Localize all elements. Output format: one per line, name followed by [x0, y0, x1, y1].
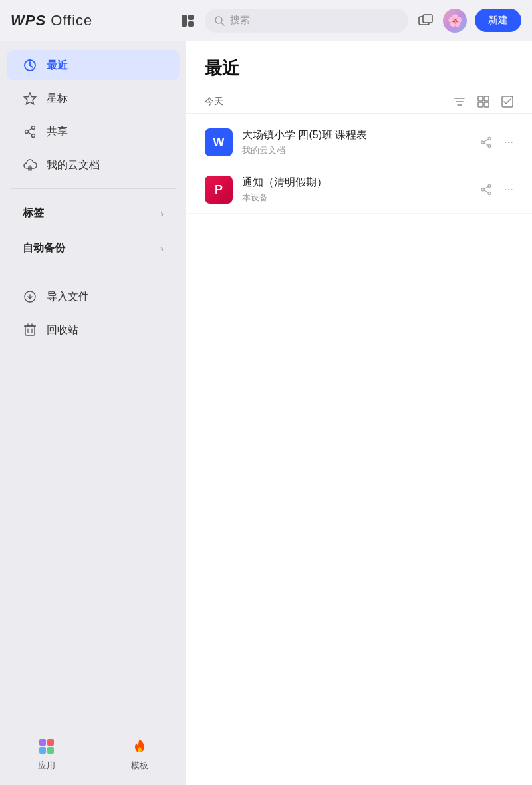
svg-line-15: [28, 132, 32, 135]
sidebar-item-trash[interactable]: 回收站: [7, 315, 180, 345]
svg-point-36: [488, 138, 491, 140]
section-today-label: 今天: [205, 96, 454, 108]
sidebar-item-import[interactable]: 导入文件: [7, 281, 180, 312]
svg-rect-18: [25, 326, 35, 335]
fire-icon: [130, 737, 149, 756]
svg-line-39: [484, 140, 488, 142]
more-action-icon-1[interactable]: ···: [504, 136, 513, 149]
apps-icon: [37, 737, 56, 756]
search-placeholder: 搜索: [230, 14, 250, 27]
bottom-nav-templates[interactable]: 模板: [93, 737, 186, 772]
file-location-1: 我的云文档: [242, 144, 471, 156]
svg-point-13: [25, 130, 29, 134]
sidebar-section-tags[interactable]: 标签 ›: [7, 197, 180, 230]
file-location-2: 本设备: [242, 192, 471, 204]
bottom-nav-apps[interactable]: 应用: [0, 737, 93, 772]
sidebar-item-recent[interactable]: 最近: [7, 50, 180, 80]
svg-rect-6: [423, 15, 432, 23]
svg-rect-27: [47, 747, 54, 754]
layout-toggle-icon[interactable]: [178, 11, 197, 30]
main-layout: 最近 星标 共享: [0, 41, 532, 785]
svg-rect-2: [188, 21, 194, 27]
sidebar-divider-1: [11, 188, 176, 189]
file-actions-1: ···: [480, 136, 513, 149]
sidebar-section-backup[interactable]: 自动备份 ›: [7, 232, 180, 265]
topbar-actions: 🌸 新建: [416, 9, 521, 33]
new-button[interactable]: 新建: [475, 9, 521, 32]
svg-line-9: [30, 65, 33, 67]
page-title: 最近: [205, 57, 513, 80]
filter-icon[interactable]: [454, 96, 466, 108]
svg-point-37: [488, 145, 491, 148]
file-meta-2: 通知（清明假期） 本设备: [242, 176, 471, 204]
section-today-row: 今天: [186, 90, 532, 114]
file-name-2: 通知（清明假期）: [242, 176, 471, 190]
app-title: WPS Office: [11, 12, 92, 29]
sidebar-item-shared-label: 共享: [47, 125, 68, 139]
svg-rect-26: [39, 747, 46, 754]
more-action-icon-2[interactable]: ···: [504, 183, 513, 196]
file-actions-2: ···: [480, 183, 513, 196]
file-list: W 大场镇小学 四(5)班 课程表 我的云文档: [186, 114, 532, 219]
svg-rect-24: [39, 739, 46, 746]
sidebar-section-tags-label: 标签: [23, 206, 44, 220]
multi-window-icon[interactable]: [416, 11, 435, 30]
file-name-1: 大场镇小学 四(5)班 课程表: [242, 128, 471, 142]
sidebar-item-shared[interactable]: 共享: [7, 116, 180, 147]
import-icon: [23, 289, 37, 304]
sidebar-item-starred[interactable]: 星标: [7, 83, 180, 114]
sidebar: 最近 星标 共享: [0, 41, 186, 785]
sidebar-section-backup-label: 自动备份: [23, 241, 65, 255]
sidebar-item-recent-label: 最近: [47, 59, 68, 73]
svg-rect-33: [478, 102, 483, 107]
toolbar-icons: [454, 96, 513, 108]
bottom-nav-templates-label: 模板: [131, 760, 148, 772]
check-icon[interactable]: [501, 96, 513, 108]
star-icon: [23, 91, 37, 106]
sidebar-divider-2: [11, 273, 176, 273]
share-icon: [23, 124, 37, 139]
avatar[interactable]: 🌸: [443, 9, 467, 33]
clock-icon: [23, 58, 37, 73]
sidebar-item-starred-label: 星标: [47, 92, 68, 106]
bottom-nav-apps-label: 应用: [38, 760, 55, 772]
file-icon-word: W: [205, 128, 233, 156]
svg-point-43: [481, 188, 484, 191]
svg-line-40: [484, 143, 488, 145]
svg-line-45: [484, 190, 488, 192]
svg-rect-25: [47, 739, 54, 746]
file-item-1[interactable]: W 大场镇小学 四(5)班 课程表 我的云文档: [186, 119, 532, 166]
svg-point-42: [488, 192, 491, 195]
svg-rect-0: [182, 15, 187, 27]
logo-area: WPS Office: [11, 11, 197, 30]
trash-icon: [23, 323, 37, 337]
file-item-2[interactable]: P 通知（清明假期） 本设备 ···: [186, 166, 532, 214]
svg-rect-34: [484, 102, 489, 107]
svg-line-14: [28, 128, 32, 131]
chevron-right-icon-2: ›: [160, 243, 164, 254]
svg-rect-31: [478, 96, 483, 101]
svg-point-38: [481, 141, 484, 144]
topbar: WPS Office 搜索 🌸 新建: [0, 0, 532, 41]
sidebar-item-trash-label: 回收站: [47, 323, 78, 337]
cloud-icon: [23, 158, 37, 172]
svg-line-44: [484, 187, 488, 189]
svg-rect-32: [484, 96, 489, 101]
share-action-icon-1[interactable]: [480, 136, 492, 148]
svg-point-41: [488, 185, 491, 188]
sidebar-item-cloud-label: 我的云文档: [47, 158, 100, 172]
share-action-icon-2[interactable]: [480, 184, 492, 196]
content-header: 最近: [186, 41, 532, 90]
svg-rect-1: [188, 15, 194, 20]
file-meta-1: 大场镇小学 四(5)班 课程表 我的云文档: [242, 128, 471, 156]
file-icon-ppt: P: [205, 176, 233, 204]
sidebar-bottom-nav: 应用 模板: [0, 726, 186, 777]
svg-marker-10: [25, 93, 36, 104]
content-area: 最近 今天: [186, 41, 532, 785]
sidebar-item-import-label: 导入文件: [47, 290, 89, 304]
chevron-right-icon: ›: [160, 208, 164, 219]
svg-line-4: [221, 23, 224, 25]
view-icon[interactable]: [477, 96, 489, 108]
search-bar[interactable]: 搜索: [205, 9, 408, 33]
sidebar-item-cloud[interactable]: 我的云文档: [7, 150, 180, 180]
